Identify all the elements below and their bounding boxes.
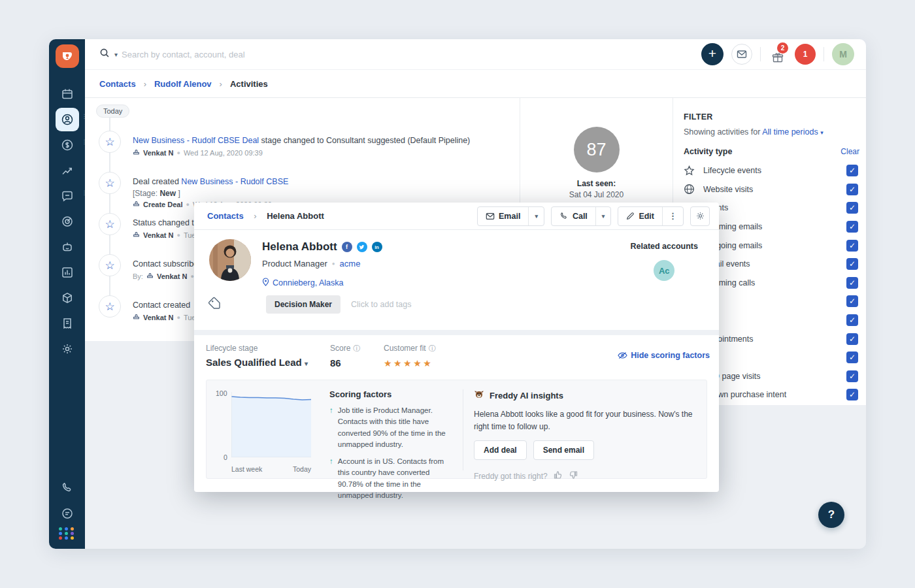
- filter-period-dropdown[interactable]: All time periods: [762, 127, 818, 137]
- apps-switcher-icon[interactable]: [59, 527, 75, 540]
- info-icon[interactable]: ⓘ: [429, 344, 436, 353]
- email-dropdown-caret[interactable]: ▾: [528, 207, 544, 225]
- search-input[interactable]: [122, 50, 396, 59]
- thumbs-up-icon[interactable]: [554, 470, 563, 482]
- breadcrumb-contacts[interactable]: Contacts: [99, 79, 136, 89]
- user-stamp-icon: [133, 313, 140, 321]
- x-axis-end-label: Today: [293, 465, 311, 473]
- filter-checkbox[interactable]: ✓: [846, 333, 858, 345]
- timeline-record-link[interactable]: New Business - Rudolf CBSE: [181, 177, 288, 186]
- sidebar-item-goals[interactable]: [56, 210, 79, 233]
- filter-item-label: Outgoing emails: [703, 241, 846, 250]
- notification-badge: 2: [777, 42, 788, 54]
- y-axis-max-label: 100: [216, 389, 227, 397]
- breadcrumb-contact-name[interactable]: Rudolf Alenov: [154, 79, 212, 89]
- freshworks-logo-icon[interactable]: [56, 44, 79, 68]
- sidebar-item-documents[interactable]: [56, 312, 79, 335]
- star-icon: ☆: [105, 260, 114, 271]
- filter-checkbox[interactable]: ✓: [846, 165, 858, 176]
- filter-checkbox[interactable]: ✓: [846, 258, 858, 270]
- add-button[interactable]: +: [701, 43, 724, 65]
- sidebar-item-reports[interactable]: [56, 261, 79, 284]
- contact-name: Helena Abbott: [262, 240, 337, 253]
- filter-checkbox[interactable]: ✓: [846, 240, 858, 252]
- call-dropdown-caret[interactable]: ▾: [595, 207, 611, 225]
- chevron-right-icon: ›: [144, 79, 146, 89]
- more-actions-kebab-icon[interactable]: ⋮: [662, 207, 683, 225]
- facebook-icon[interactable]: f: [342, 242, 352, 252]
- sidebar-item-chat[interactable]: [56, 502, 79, 525]
- scoring-factor: ↑Account is in US. Contacts from this co…: [329, 456, 452, 501]
- sidebar-item-phone[interactable]: [56, 476, 79, 500]
- modal-settings-button[interactable]: [690, 206, 710, 226]
- contact-company-link[interactable]: acme: [340, 259, 361, 269]
- alerts-button[interactable]: 1: [795, 44, 816, 65]
- freddy-icon: [474, 389, 484, 402]
- help-button[interactable]: ?: [818, 502, 844, 528]
- search-icon[interactable]: [99, 48, 110, 61]
- filter-checkbox[interactable]: ✓: [846, 184, 858, 195]
- contact-job-title: Product Manager: [262, 259, 327, 269]
- timeline-record-link[interactable]: New Business - Rudolf CBSE Deal: [133, 136, 259, 145]
- whats-new-button[interactable]: 2: [769, 45, 787, 63]
- sidebar-item-analytics[interactable]: [56, 159, 79, 182]
- section-divider: [194, 330, 719, 335]
- filter-item-label: Appointments: [703, 335, 846, 344]
- timeline-meta: Venkat N●Wed 12 Aug, 2020 09:39: [133, 148, 520, 157]
- filter-checkbox[interactable]: ✓: [846, 314, 858, 326]
- filter-checkbox[interactable]: ✓: [846, 389, 858, 400]
- contact-header-section: Helena Abbott f in Product Manager ● acm…: [194, 230, 719, 330]
- sidebar-item-products[interactable]: [56, 286, 79, 310]
- related-account-chip[interactable]: Ac: [654, 260, 674, 281]
- filter-checkbox[interactable]: ✓: [846, 370, 858, 382]
- scoring-factor: ↑Job title is Product Manager. Contacts …: [329, 405, 452, 450]
- hide-scoring-factors-link[interactable]: Hide scoring factors: [618, 351, 710, 360]
- sidebar-item-deals[interactable]: ⋮: [56, 133, 79, 157]
- sidebar-item-bots[interactable]: [56, 235, 79, 259]
- email-inbox-button[interactable]: [731, 44, 752, 65]
- filter-checkbox[interactable]: ✓: [846, 221, 858, 233]
- send-email-button[interactable]: Send email: [533, 440, 594, 460]
- sidebar-item-contacts[interactable]: ⋮: [56, 108, 79, 131]
- score-trend-chart: 100 0 Last week Today: [216, 388, 325, 478]
- filter-checkbox[interactable]: ✓: [846, 277, 858, 289]
- info-icon[interactable]: ⓘ: [353, 344, 360, 353]
- call-button[interactable]: Call: [552, 207, 595, 225]
- timeline-item-text: Deal created New Business - Rudolf CBSE: [133, 176, 499, 188]
- filter-checkbox[interactable]: ✓: [846, 202, 858, 214]
- user-stamp-icon: [146, 272, 154, 280]
- more-indicator-icon: ⋮: [82, 191, 84, 194]
- filter-checkbox[interactable]: ✓: [846, 295, 858, 307]
- lifecycle-stage-dropdown[interactable]: Sales Qualified Lead ▾: [206, 357, 330, 368]
- sidebar-item-calendar[interactable]: [56, 82, 79, 106]
- timeline-node: ☆: [99, 131, 121, 153]
- modal-breadcrumb-name: Helena Abbott: [267, 211, 324, 221]
- contact-photo: [209, 239, 251, 281]
- contact-tag[interactable]: Decision Maker: [266, 295, 341, 314]
- sidebar-item-conversations[interactable]: ⋮: [56, 184, 79, 208]
- modal-breadcrumb-contacts[interactable]: Contacts: [207, 211, 244, 221]
- sidebar-item-settings[interactable]: [56, 337, 79, 361]
- add-tags-placeholder[interactable]: Click to add tags: [351, 300, 411, 309]
- edit-button[interactable]: Edit: [618, 207, 662, 225]
- thumbs-down-icon[interactable]: [569, 470, 578, 482]
- timeline-day-label: Today: [96, 105, 129, 118]
- breadcrumb-current: Activities: [230, 79, 268, 89]
- topbar: ▾ + 2 1 M: [85, 39, 866, 70]
- search-scope-caret-icon[interactable]: ▾: [114, 51, 118, 58]
- filter-checkbox[interactable]: ✓: [846, 351, 858, 363]
- contact-location-link[interactable]: Connieberg, Alaska: [273, 278, 343, 287]
- dot-separator: ●: [332, 261, 335, 267]
- linkedin-icon[interactable]: in: [372, 242, 382, 252]
- filter-item: Lifecycle events✓: [684, 161, 859, 180]
- user-avatar[interactable]: M: [832, 43, 854, 65]
- star-icon: ☆: [105, 178, 114, 189]
- x-axis-start-label: Last week: [231, 465, 262, 473]
- modal-header: Contacts › Helena Abbott Email ▾ Call: [194, 203, 719, 230]
- email-button[interactable]: Email: [478, 207, 528, 225]
- y-axis-min-label: 0: [224, 453, 227, 461]
- twitter-icon[interactable]: [357, 242, 367, 252]
- email-button-group: Email ▾: [477, 206, 544, 226]
- clear-filters-link[interactable]: Clear: [840, 147, 859, 156]
- add-deal-button[interactable]: Add deal: [474, 440, 527, 460]
